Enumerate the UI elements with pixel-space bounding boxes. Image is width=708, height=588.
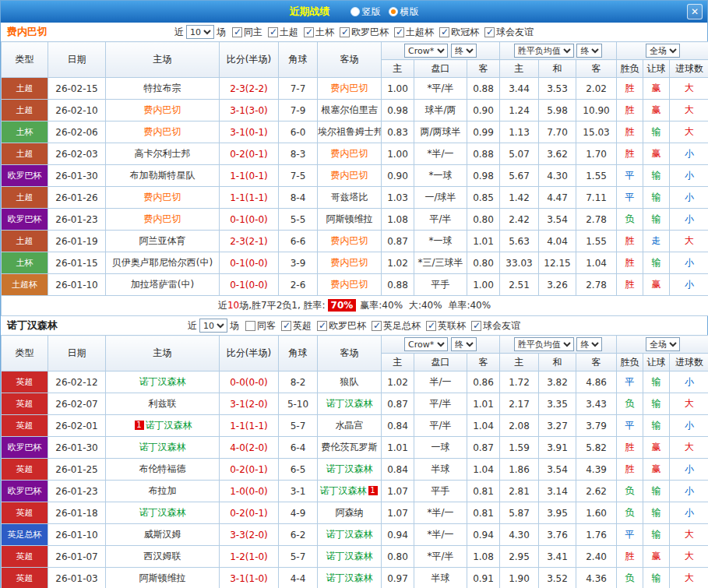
away-team[interactable]: 阿斯顿维拉 (318, 209, 382, 231)
home-team[interactable]: 布加勒斯特星队 (106, 165, 220, 187)
away-team[interactable]: 诺丁汉森林 (318, 524, 382, 546)
checkbox-icon (304, 27, 314, 37)
filter-toggle[interactable]: 英联杯 (426, 319, 466, 333)
home-team[interactable]: 诺丁汉森林 (106, 371, 220, 393)
away-team[interactable]: 哥兹塔比 (318, 187, 382, 209)
away-team[interactable]: 费内巴切 (318, 143, 382, 165)
home-team[interactable]: 威斯汉姆 (106, 524, 220, 546)
odds-away: 0.98 (467, 165, 500, 187)
away-team[interactable]: 诺丁汉森林 (318, 393, 382, 415)
away-team[interactable]: 费内巴切 (318, 252, 382, 274)
away-team[interactable]: 阿森纳 (318, 502, 382, 524)
result-goals: 大 (670, 121, 708, 143)
filter-toggle[interactable]: 英超 (281, 319, 312, 333)
filter-toggle[interactable]: 英足总杯 (372, 319, 421, 333)
league-badge: 欧罗巴杯 (2, 437, 48, 459)
result-outcome: 胜 (617, 437, 643, 459)
match-score: 3-1(0-1) (220, 121, 279, 143)
home-team[interactable]: 阿兰亚体育 (106, 231, 220, 252)
away-team[interactable]: 诺丁汉森林 (318, 568, 382, 588)
scope-select[interactable]: 全场 (646, 44, 680, 58)
avg-odds-select[interactable]: 胜平负均值 (514, 337, 574, 351)
filter-label: 欧冠杯 (451, 26, 479, 39)
away-team[interactable]: 诺丁汉森林 (318, 546, 382, 568)
handicap-line: 一/球半 (414, 187, 467, 209)
home-team[interactable]: 费内巴切 (106, 100, 220, 121)
home-team[interactable]: 利兹联 (106, 393, 220, 415)
away-team[interactable]: 诺丁汉森林1 (318, 481, 382, 502)
match-date: 26-02-07 (48, 393, 106, 415)
home-team[interactable]: 特拉布宗 (106, 78, 220, 100)
filter-toggle[interactable]: 欧冠杯 (439, 26, 479, 39)
bookmaker-select[interactable]: Crow* (404, 337, 448, 351)
result-goals: 小 (670, 459, 708, 481)
home-team[interactable]: 费内巴切 (106, 121, 220, 143)
radio-horizontal-layout[interactable] (389, 7, 398, 16)
away-team[interactable]: 费内巴切 (318, 78, 382, 100)
home-team[interactable]: 诺丁汉森林 (106, 502, 220, 524)
filter-toggle[interactable]: 欧罗巴杯 (340, 26, 389, 39)
filter-toggle[interactable]: 同主 (232, 26, 262, 39)
home-team[interactable]: 西汉姆联 (106, 546, 220, 568)
home-team[interactable]: 诺丁汉森林 (106, 437, 220, 459)
table-row: 英超26-01-03阿斯顿维拉3-1(1-0)4-4诺丁汉森林0.97半球0.9… (2, 568, 708, 588)
result-handicap: 输 (643, 209, 670, 231)
match-count-select[interactable]: 10 (199, 319, 227, 333)
checkbox-icon (426, 321, 436, 331)
result-handicap: 走 (643, 231, 670, 252)
filter-toggle[interactable]: 欧罗巴杯 (317, 319, 366, 333)
scope-select[interactable]: 全场 (646, 337, 680, 351)
avg-away-odds: 5.82 (576, 437, 617, 459)
result-outcome: 平 (617, 524, 643, 546)
radio-vertical-layout[interactable] (350, 7, 360, 16)
away-team[interactable]: 埃尔祖鲁姆士邦 (318, 121, 382, 143)
filter-label: 球会友谊 (483, 319, 520, 333)
final-odds-select[interactable]: 终 (451, 44, 477, 58)
filter-toggle[interactable]: 球会友谊 (484, 26, 534, 39)
away-team[interactable]: 费内巴切 (318, 165, 382, 187)
home-team[interactable]: 布拉加 (106, 481, 220, 502)
away-team[interactable]: 费伦茨瓦罗斯 (318, 437, 382, 459)
col-header-date: 日期 (48, 42, 106, 78)
home-team[interactable]: 贝伊奥卢耶尼恰尔西(中) (106, 252, 220, 274)
filter-toggle[interactable]: 同客 (245, 319, 276, 333)
home-team[interactable]: 高卡尔利士邦 (106, 143, 220, 165)
away-team[interactable]: 水晶宫 (318, 415, 382, 437)
home-team[interactable]: 1诺丁汉森林 (106, 415, 220, 437)
filter-toggle[interactable]: 土超杯 (394, 26, 434, 39)
avg-draw-odds: 3.54 (539, 209, 576, 231)
filter-toggle[interactable]: 球会友谊 (471, 319, 520, 333)
home-team[interactable]: 布伦特福德 (106, 459, 220, 481)
sub-header-handicap: 盘口 (414, 60, 467, 78)
league-badge: 英超 (2, 568, 48, 588)
table-row: 英超26-01-25布伦特福德0-2(0-1)6-5诺丁汉森林0.84半球1.0… (2, 459, 708, 481)
away-team[interactable]: 狼队 (318, 371, 382, 393)
summary-stat: 单率:40% (448, 300, 491, 311)
away-team[interactable]: 诺丁汉森林 (318, 459, 382, 481)
avg-draw-odds: 3.54 (539, 459, 576, 481)
league-badge: 英足总杯 (2, 524, 48, 546)
odds-home: 0.83 (382, 121, 414, 143)
filter-toggle[interactable]: 土杯 (304, 26, 334, 39)
close-icon[interactable]: ✕ (687, 4, 703, 19)
odds-away: 1.01 (467, 393, 500, 415)
home-team[interactable]: 阿斯顿维拉 (106, 568, 220, 588)
home-team[interactable]: 费内巴切 (106, 209, 220, 231)
away-team[interactable]: 费内巴切 (318, 231, 382, 252)
match-count-select[interactable]: 10 (186, 25, 214, 39)
home-team[interactable]: 加拉塔萨雷(中) (106, 274, 220, 296)
table-row: 英超26-02-12诺丁汉森林0-0(0-0)8-2狼队1.02半/一0.861… (2, 371, 708, 393)
final-avg-select[interactable]: 终 (576, 44, 602, 58)
bookmaker-select[interactable]: Crow* (404, 44, 448, 58)
away-team[interactable]: 根塞尔伯里吉 (318, 100, 382, 121)
final-avg-select[interactable]: 终 (576, 337, 602, 351)
away-team[interactable]: 费内巴切 (318, 274, 382, 296)
odds-away: 0.91 (467, 568, 500, 588)
home-team[interactable]: 费内巴切 (106, 187, 220, 209)
league-badge: 英超 (2, 371, 48, 393)
avg-odds-select[interactable]: 胜平负均值 (514, 44, 574, 58)
avg-draw-odds: 12.15 (539, 252, 576, 274)
final-odds-select[interactable]: 终 (451, 337, 477, 351)
result-outcome: 胜 (617, 121, 643, 143)
filter-toggle[interactable]: 土超 (268, 26, 298, 39)
